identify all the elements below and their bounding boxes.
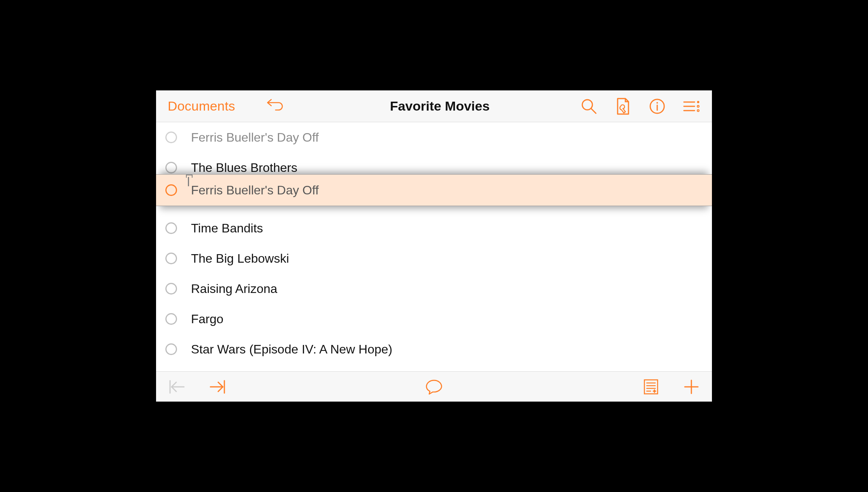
outline-list[interactable]: Ferris Bueller's Day Off The Blues Broth… xyxy=(156,122,712,371)
list-item[interactable]: Raising Arizona xyxy=(156,274,712,304)
back-button[interactable]: Documents xyxy=(168,99,235,114)
bottom-toolbar xyxy=(156,371,712,402)
list-item-label[interactable]: The Blues Brothers xyxy=(191,161,297,175)
status-circle-icon[interactable] xyxy=(165,283,177,295)
page-title: Favorite Movies xyxy=(390,99,490,114)
status-circle-icon[interactable] xyxy=(165,313,177,325)
status-circle-icon[interactable] xyxy=(165,184,177,196)
note-icon xyxy=(643,378,659,395)
app-window: Documents Favorite Movies xyxy=(151,86,717,406)
list-item[interactable]: Fargo xyxy=(156,304,712,334)
status-circle-icon[interactable] xyxy=(165,343,177,355)
list-item-label[interactable]: Star Wars (Episode IV: A New Hope) xyxy=(191,342,392,357)
status-circle-icon[interactable] xyxy=(165,253,177,264)
outdent-button[interactable] xyxy=(168,378,186,396)
list-item[interactable]: Ferris Bueller's Day Off xyxy=(156,122,712,152)
wrench-doc-icon xyxy=(615,97,631,116)
search-button[interactable] xyxy=(580,97,598,115)
undo-icon xyxy=(266,99,284,114)
list-item[interactable]: Star Wars (Episode IV: A New Hope) xyxy=(156,334,712,364)
comment-button[interactable] xyxy=(425,378,443,396)
list-item[interactable]: Time Bandits xyxy=(156,213,712,243)
note-button[interactable] xyxy=(642,378,660,396)
bottom-center-group xyxy=(425,378,443,396)
indent-button[interactable] xyxy=(209,378,227,396)
indent-icon xyxy=(209,379,227,395)
add-icon xyxy=(683,379,700,395)
search-icon xyxy=(580,98,597,115)
list-item-label[interactable]: Fargo xyxy=(191,312,224,326)
list-menu-icon xyxy=(682,99,700,114)
svg-point-3 xyxy=(656,102,658,104)
insertion-caret-icon xyxy=(188,177,189,186)
bottom-right-group xyxy=(642,378,700,396)
svg-point-9 xyxy=(697,105,699,107)
svg-point-10 xyxy=(697,109,699,111)
info-button[interactable] xyxy=(648,97,666,115)
list-item-label[interactable]: Raising Arizona xyxy=(191,282,277,296)
toolbar-right xyxy=(580,97,703,115)
comment-icon xyxy=(425,378,443,396)
svg-line-1 xyxy=(591,109,596,113)
document-tools-button[interactable] xyxy=(614,97,632,115)
list-item-label: Ferris Bueller's Day Off xyxy=(191,183,319,197)
svg-point-8 xyxy=(697,101,700,103)
list-item-label[interactable]: The Big Lebowski xyxy=(191,251,289,266)
outdent-icon xyxy=(168,379,186,395)
view-options-button[interactable] xyxy=(682,97,700,115)
dragging-row[interactable]: Ferris Bueller's Day Off xyxy=(156,174,712,206)
undo-button[interactable] xyxy=(266,97,284,115)
list-item-label[interactable]: Ferris Bueller's Day Off xyxy=(191,130,319,145)
add-button[interactable] xyxy=(682,378,700,396)
list-item[interactable]: The Big Lebowski xyxy=(156,243,712,274)
top-toolbar: Documents Favorite Movies xyxy=(156,90,712,122)
status-circle-icon[interactable] xyxy=(165,132,177,143)
title-wrap: Favorite Movies xyxy=(300,99,580,114)
status-circle-icon[interactable] xyxy=(165,162,177,173)
bottom-left-group xyxy=(168,378,227,396)
list-item-label[interactable]: Time Bandits xyxy=(191,221,263,236)
status-circle-icon[interactable] xyxy=(165,222,177,234)
info-icon xyxy=(649,98,665,114)
